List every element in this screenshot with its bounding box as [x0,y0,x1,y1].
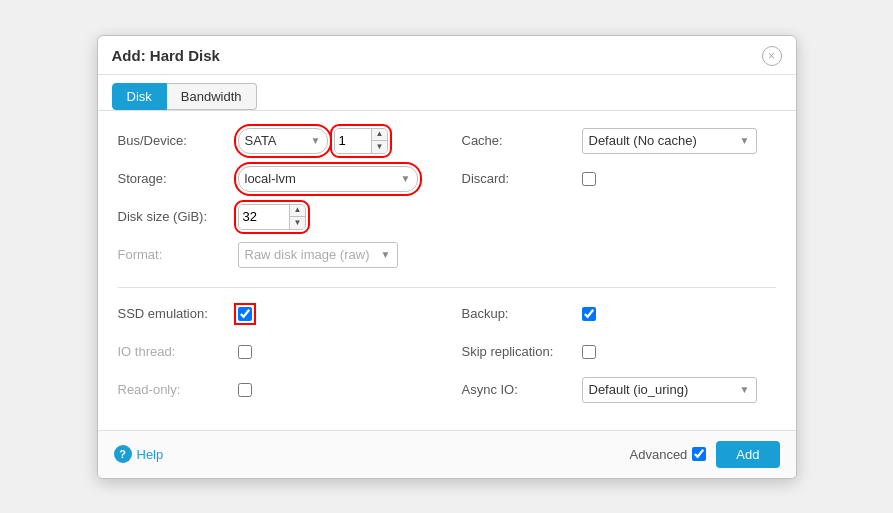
advanced-wrap: Advanced [630,447,707,462]
backup-row: Backup: [462,300,776,328]
async-io-field: Default (io_uring) ▼ [582,377,776,403]
advanced-label: Advanced [630,447,688,462]
discard-row: Discard: [462,165,776,193]
help-button[interactable]: ? Help [114,445,164,463]
async-io-select[interactable]: Default (io_uring) ▼ [582,377,757,403]
disk-size-spinner-up[interactable]: ▲ [290,205,306,218]
read-only-checkbox[interactable] [238,383,252,397]
tab-bandwidth[interactable]: Bandwidth [167,83,257,110]
async-io-label: Async IO: [462,382,582,397]
storage-row: Storage: local-lvm ▼ [118,165,432,193]
storage-select-arrow: ▼ [401,173,411,184]
ssd-emulation-checkbox-wrap [238,307,252,321]
read-only-label: Read-only: [118,382,238,397]
io-thread-field [238,345,432,359]
async-io-select-arrow: ▼ [740,384,750,395]
device-spinners: ▲ ▼ [371,129,388,153]
cache-label: Cache: [462,133,582,148]
format-select[interactable]: Raw disk image (raw) ▼ [238,242,398,268]
advanced-checkbox[interactable] [692,447,706,461]
async-io-row: Async IO: Default (io_uring) ▼ [462,376,776,404]
ssd-emulation-row: SSD emulation: [118,300,432,328]
format-row: Format: Raw disk image (raw) ▼ [118,241,432,269]
storage-select[interactable]: local-lvm ▼ [238,166,418,192]
device-number-field[interactable] [335,129,371,153]
backup-checkbox[interactable] [582,307,596,321]
add-hard-disk-dialog: Add: Hard Disk × Disk Bandwidth Bus/Devi… [97,35,797,479]
close-button[interactable]: × [762,46,782,66]
discard-field [582,172,776,186]
ssd-emulation-field [238,307,432,321]
bus-select[interactable]: SATA ▼ [238,128,328,154]
cache-field: Default (No cache) ▼ [582,128,776,154]
disk-size-spinner-down[interactable]: ▼ [290,217,306,229]
footer-right: Advanced Add [630,441,780,468]
skip-replication-row: Skip replication: [462,338,776,366]
format-select-arrow: ▼ [381,249,391,260]
disk-size-number[interactable] [239,205,289,229]
disk-size-input[interactable]: ▲ ▼ [238,204,307,230]
backup-field [582,307,776,321]
left-advanced-column: SSD emulation: IO thread: Re [118,300,432,414]
disk-size-field: ▲ ▼ [238,204,432,230]
right-column: Cache: Default (No cache) ▼ Discard: [462,127,776,279]
io-thread-row: IO thread: [118,338,432,366]
skip-replication-label: Skip replication: [462,344,582,359]
discard-checkbox-wrap [582,172,596,186]
ssd-emulation-label: SSD emulation: [118,306,238,321]
discard-label: Discard: [462,171,582,186]
storage-field: local-lvm ▼ [238,166,432,192]
device-spinner-down[interactable]: ▼ [372,141,388,153]
tab-bar: Disk Bandwidth [98,75,796,111]
left-column: Bus/Device: SATA ▼ ▲ ▼ [118,127,432,279]
advanced-section: SSD emulation: IO thread: Re [118,300,776,414]
section-divider [118,287,776,288]
cache-row: Cache: Default (No cache) ▼ [462,127,776,155]
cache-select-arrow: ▼ [740,135,750,146]
help-icon: ? [114,445,132,463]
bus-device-field: SATA ▼ ▲ ▼ [238,128,432,154]
add-button[interactable]: Add [716,441,779,468]
storage-label: Storage: [118,171,238,186]
read-only-row: Read-only: [118,376,432,404]
dialog-header: Add: Hard Disk × [98,36,796,75]
right-advanced-column: Backup: Skip replication: Async IO: [462,300,776,414]
dialog-body: Bus/Device: SATA ▼ ▲ ▼ [98,111,796,430]
io-thread-checkbox[interactable] [238,345,252,359]
skip-replication-checkbox[interactable] [582,345,596,359]
cache-select[interactable]: Default (No cache) ▼ [582,128,757,154]
bus-select-arrow: ▼ [311,135,321,146]
bus-device-row: Bus/Device: SATA ▼ ▲ ▼ [118,127,432,155]
io-thread-label: IO thread: [118,344,238,359]
bus-device-label: Bus/Device: [118,133,238,148]
read-only-field [238,383,432,397]
dialog-title: Add: Hard Disk [112,47,220,64]
disk-size-row: Disk size (GiB): ▲ ▼ [118,203,432,231]
dialog-footer: ? Help Advanced Add [98,430,796,478]
disk-size-label: Disk size (GiB): [118,209,238,224]
format-field: Raw disk image (raw) ▼ [238,242,432,268]
discard-checkbox[interactable] [582,172,596,186]
top-section: Bus/Device: SATA ▼ ▲ ▼ [118,127,776,279]
tab-disk[interactable]: Disk [112,83,167,110]
ssd-emulation-checkbox[interactable] [238,307,252,321]
format-label: Format: [118,247,238,262]
help-label: Help [137,447,164,462]
disk-size-spinners: ▲ ▼ [289,205,306,229]
device-number-input[interactable]: ▲ ▼ [334,128,389,154]
backup-label: Backup: [462,306,582,321]
skip-replication-field [582,345,776,359]
device-spinner-up[interactable]: ▲ [372,129,388,142]
